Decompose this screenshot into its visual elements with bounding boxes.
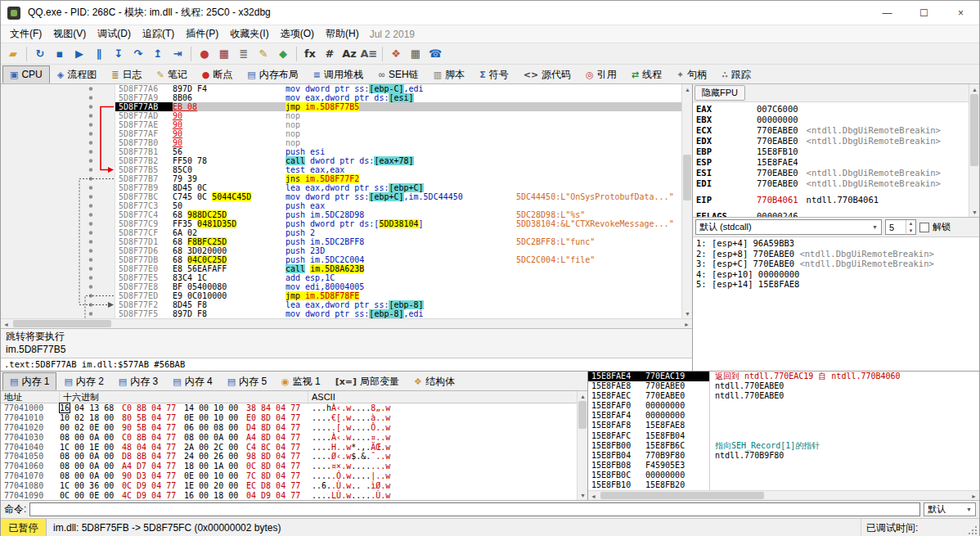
menu-item-调试D[interactable]: 调试(D) (92, 25, 137, 43)
disasm-vertical-scrollbar[interactable]: ▲ ▼ (681, 84, 692, 318)
register-row[interactable]: EDI770EABE0<ntdll.DbgUiRemoteBreakin> (696, 178, 969, 189)
register-row[interactable]: ESP15E8FAE4 (696, 157, 969, 168)
registers-vertical-scrollbar[interactable]: ▲ ▼ (969, 84, 979, 217)
close-button[interactable]: × (942, 1, 979, 25)
register-row[interactable]: EBX00000000 (696, 115, 969, 125)
disasm-row[interactable]: 5D8F77ABEB 08jmp im.5D8F77B5 (115, 102, 681, 111)
disasm-row[interactable]: 5D8F77B2FF50 78call dword ptr ds:[eax+78… (115, 156, 681, 165)
memory-row[interactable]: 7704101010 02 18 0080 5B 04 770E 00 10 0… (1, 413, 577, 423)
stack-row[interactable]: 15E8FB08F45905E3 (588, 461, 979, 471)
disasm-row[interactable]: 5D8F77A6897D F4mov dword ptr ss:[ebp-C],… (115, 84, 681, 93)
memory-row[interactable]: 7704103008 00 0A 00C0 8B 04 7708 00 0A 0… (1, 433, 577, 443)
patches-button[interactable]: ▦ (214, 45, 234, 63)
command-input[interactable] (29, 502, 920, 516)
tab-trace[interactable]: ∴跟踪 (714, 65, 758, 83)
scroll-down-icon[interactable]: ▼ (578, 490, 587, 500)
disasm-row[interactable]: 5D8F77B090nop (115, 138, 681, 147)
scroll-thumb[interactable] (600, 492, 764, 499)
tab-source[interactable]: <>源代码 (516, 65, 578, 83)
stack-row[interactable]: 15E8FB04770B9F80ntdll.770B9F80 (588, 451, 979, 461)
memory-row[interactable]: 7704105008 00 0A 00D8 8B 04 7724 00 26 0… (1, 452, 577, 462)
disasm-row[interactable]: 5D8F77D168 F8BFC25Dpush im.5DC2BFF85DC2B… (115, 237, 681, 246)
stack-horizontal-scrollbar[interactable]: ◄ ► (588, 490, 979, 500)
stack-row[interactable]: 15E8FAF815E8FAE8 (588, 421, 979, 430)
tab-graph[interactable]: ◈流程图 (50, 65, 104, 83)
selected-byte[interactable]: 16 (60, 403, 70, 412)
scroll-down-icon[interactable]: ▼ (969, 207, 979, 217)
memory-row[interactable]: 7704106008 00 0A 00A4 D7 04 7718 00 1A 0… (1, 462, 577, 471)
disasm-row[interactable]: 5D8F77E8BF 05400080mov edi,80004005 (115, 282, 681, 291)
scroll-down-icon[interactable]: ▼ (682, 309, 692, 318)
scroll-thumb[interactable] (578, 401, 587, 429)
disassembly-view[interactable]: 5D8F77A6897D F4mov dword ptr ss:[ebp-C],… (1, 84, 681, 318)
tab-call-stack[interactable]: ≡调用堆栈 (306, 65, 371, 83)
tab-dump-5[interactable]: ▤内存 5 (220, 372, 274, 390)
stack-row[interactable]: 15E8FAE4770EAC19返回到 ntdll.770EAC19 自 ntd… (588, 372, 979, 381)
argument-row[interactable]: 4: [esp+10] 00000000 (696, 269, 979, 280)
disasm-row[interactable]: 5D8F77E0E8 56EAFAFFcall im.5D8A623B (115, 264, 681, 273)
tab-references[interactable]: ◎引用 (578, 65, 624, 83)
stack-row[interactable]: 15E8FAEC770EABE0ntdll.770EABE0 (588, 391, 979, 401)
stack-row[interactable]: 15E8FB0C00000000 (588, 471, 979, 480)
tab-breakpoints[interactable]: ●断点 (195, 65, 241, 83)
register-row[interactable]: EDX770EABE0<ntdll.DbgUiRemoteBreakin> (696, 136, 969, 146)
disasm-row[interactable]: 5D8F77AF90nop (115, 129, 681, 138)
run-button[interactable]: ▶ (70, 45, 89, 63)
tab-memory-map[interactable]: ▤内存布局 (240, 65, 305, 83)
calculator-button[interactable]: ▦ (406, 45, 425, 63)
maximize-button[interactable]: ☐ (906, 1, 942, 25)
theme-button[interactable]: ❖ (386, 45, 406, 63)
hide-fpu-button[interactable]: 隐藏FPU (695, 85, 745, 101)
menu-item-追踪T[interactable]: 追踪(T) (137, 25, 180, 43)
disasm-row[interactable]: 5D8F77B585C0test eax,eax (115, 165, 681, 174)
argument-count-stepper[interactable]: 5 ▲▼ (885, 219, 916, 235)
register-row[interactable]: ESI770EABE0<ntdll.DbgUiRemoteBreakin> (696, 168, 969, 178)
disasm-horizontal-scrollbar[interactable]: ◄ ► (1, 318, 692, 328)
functions-button[interactable]: fx (300, 45, 320, 63)
disasm-row[interactable]: 5D8F77C9FF35 0481D35Dpush dword ptr ds:[… (115, 219, 681, 228)
attach-button[interactable]: ☎ (425, 45, 445, 63)
open-file-button[interactable]: ▰ (3, 45, 23, 63)
menu-item-帮助H[interactable]: 帮助(H) (320, 25, 365, 43)
step-over-button[interactable]: ↷ (128, 45, 148, 63)
disasm-row[interactable]: 5D8F77C350push eax (115, 201, 681, 210)
tab-locals[interactable]: [x=]局部变量 (328, 372, 407, 390)
log-button[interactable]: ≣ (234, 45, 254, 63)
scroll-left-icon[interactable]: ◄ (588, 491, 599, 500)
argument-row[interactable]: 1: [esp+4] 96A59BB3 (696, 238, 979, 249)
scroll-up-icon[interactable]: ▲ (969, 84, 979, 94)
stack-row[interactable]: 15E8FAF000000000 (588, 401, 979, 411)
scroll-right-icon[interactable]: ► (969, 491, 979, 500)
calling-convention-select[interactable]: 默认 (stdcall)▼ (695, 219, 882, 235)
run-to-user-code-button[interactable]: ⇥ (168, 45, 187, 63)
argument-row[interactable]: 5: [esp+14] 15E8FAE8 (696, 279, 979, 290)
memory-row[interactable]: 7704100016 04 13 68C0 8B 04 7714 00 10 0… (1, 403, 577, 413)
disasm-row[interactable]: 5D8F77B779 39jns im.5D8F77F2 (115, 174, 681, 183)
disasm-row[interactable]: 5D8F77A98B06mov eax,dword ptr ds:[esi] (115, 93, 681, 102)
tab-dump-3[interactable]: ▤内存 3 (111, 372, 165, 390)
scroll-thumb[interactable] (13, 320, 111, 327)
scroll-thumb[interactable] (683, 155, 691, 200)
scroll-up-icon[interactable]: ▲ (682, 84, 692, 94)
register-row[interactable]: EBP15E8FB10 (696, 146, 969, 157)
disasm-row[interactable]: 5D8F77C468 988DC25Dpush im.5DC28D985DC28… (115, 210, 681, 219)
menu-item-选项O[interactable]: 选项(O) (275, 25, 320, 43)
disasm-row[interactable]: 5D8F77B98D45 0Clea eax,dword ptr ss:[ebp… (115, 183, 681, 192)
register-row[interactable]: EIP770B4061ntdll.770B4061 (696, 195, 969, 205)
menu-item-插件P[interactable]: 插件(P) (180, 25, 224, 43)
scroll-thumb[interactable] (970, 94, 978, 166)
disasm-row[interactable]: 5D8F77AD90nop (115, 111, 681, 120)
tab-dump-1[interactable]: ▤内存 1 (2, 372, 56, 390)
stop-button[interactable]: ▪ (50, 45, 70, 63)
dump-vertical-scrollbar[interactable]: ▲ ▼ (577, 391, 587, 500)
menu-item-视图V[interactable]: 视图(V) (47, 25, 92, 43)
scroll-up-icon[interactable]: ▲ (578, 391, 587, 401)
disasm-row[interactable]: 5D8F77CF6A 02push 2 (115, 228, 681, 237)
disasm-row[interactable]: 5D8F77D668 3D020000push 23D (115, 246, 681, 255)
tab-symbols[interactable]: Σ符号 (472, 65, 516, 83)
spin-down-icon[interactable]: ▼ (906, 227, 915, 235)
memory-row[interactable]: 770410401C 00 1E 0048 04 04 772A 00 2C 0… (1, 443, 577, 453)
stack-row[interactable]: 15E8FB1015E8FB20 (588, 480, 979, 490)
spin-up-icon[interactable]: ▲ (906, 220, 915, 227)
step-out-button[interactable]: ↥ (148, 45, 168, 63)
